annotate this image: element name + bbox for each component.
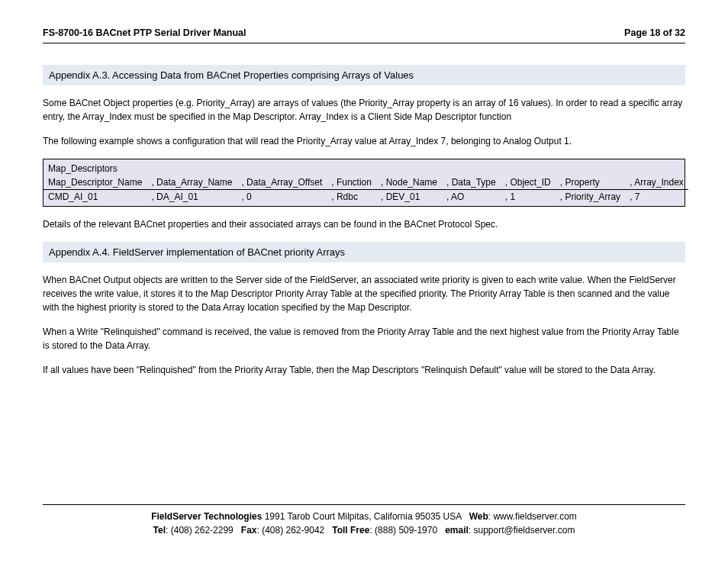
para-a4-1: When BACnet Output objects are written t… <box>43 273 685 314</box>
td-1: , DA_AI_01 <box>147 190 237 204</box>
th-4: , Node_Name <box>376 175 442 189</box>
th-6: , Object_ID <box>501 175 556 189</box>
footer-company: FieldServer Technologies <box>151 511 262 522</box>
footer-tel: : (408) 262-2299 <box>166 525 234 536</box>
footer-web: : www.fieldserver.com <box>488 511 577 522</box>
footer-email: : support@fieldserver.com <box>469 525 575 536</box>
footer-toll-label: Toll Free <box>332 525 369 536</box>
header-page: Page 18 of 32 <box>624 27 685 38</box>
para-a4-2: When a Write "Relinquished" command is r… <box>43 325 685 352</box>
table-header-row: Map_Descriptor_Name , Data_Array_Name , … <box>43 175 688 189</box>
para-a3-1: Some BACnet Object properties (e.g. Prio… <box>43 96 685 124</box>
th-0: Map_Descriptor_Name <box>43 175 147 189</box>
map-descriptors-table: Map_Descriptors Map_Descriptor_Name , Da… <box>43 159 685 207</box>
th-1: , Data_Array_Name <box>147 175 237 189</box>
th-5: , Data_Type <box>442 175 501 189</box>
page-footer: FieldServer Technologies 1991 Tarob Cour… <box>43 504 685 537</box>
para-after-table: Details of the relevant BACnet propertie… <box>43 217 685 231</box>
footer-fax: : (408) 262-9042 <box>257 525 325 536</box>
table-title: Map_Descriptors <box>43 162 688 175</box>
footer-toll: : (888) 509-1970 <box>369 525 437 536</box>
table-row: CMD_AI_01 , DA_AI_01 , 0 , Rdbc , DEV_01… <box>43 190 688 204</box>
td-6: , 1 <box>501 190 556 204</box>
td-4: , DEV_01 <box>376 190 442 204</box>
footer-email-label: email <box>445 525 469 536</box>
td-5: , AO <box>442 190 501 204</box>
td-0: CMD_AI_01 <box>43 190 147 204</box>
footer-tel-label: Tel <box>153 525 166 536</box>
th-8: , Array_Index <box>625 175 688 189</box>
page-header: FS-8700-16 BACnet PTP Serial Driver Manu… <box>43 27 685 43</box>
section-heading-a4: Appendix A.4. FieldServer implementation… <box>43 242 685 262</box>
td-8: , 7 <box>625 190 688 204</box>
footer-address: 1991 Tarob Court Milpitas, California 95… <box>265 511 462 522</box>
td-3: , Rdbc <box>327 190 376 204</box>
para-a4-3: If all values have been "Relinquished" f… <box>43 363 685 377</box>
footer-web-label: Web <box>469 511 488 522</box>
th-7: , Property <box>556 175 625 189</box>
header-title: FS-8700-16 BACnet PTP Serial Driver Manu… <box>43 27 246 38</box>
td-7: , Priority_Array <box>556 190 625 204</box>
section-heading-a3: Appendix A.3. Accessing Data from BACnet… <box>43 65 685 85</box>
footer-fax-label: Fax <box>241 525 257 536</box>
para-a3-2: The following example shows a configurat… <box>43 134 685 148</box>
th-2: , Data_Array_Offset <box>237 175 327 189</box>
th-3: , Function <box>327 175 376 189</box>
td-2: , 0 <box>237 190 327 204</box>
